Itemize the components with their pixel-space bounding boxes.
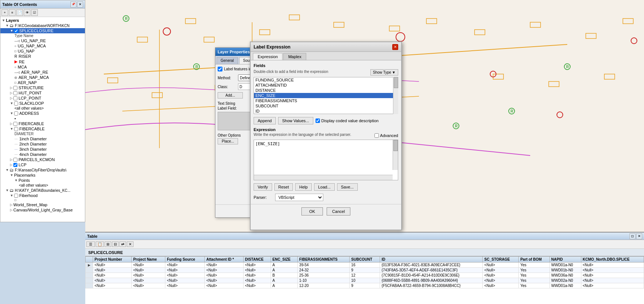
aer-nap-re-item[interactable]: —◁ AER_NAP_RE xyxy=(0,70,85,75)
table-select-all-button[interactable]: ⊞ xyxy=(105,241,111,247)
toc-add-data-button[interactable]: + xyxy=(1,9,8,16)
le-tab-maplex[interactable]: Maplex xyxy=(283,53,306,60)
all-other-item[interactable]: <all other values> xyxy=(0,106,85,111)
table-options-button[interactable]: ☰ xyxy=(86,241,95,247)
hkaty-item[interactable]: ▼ 🗂 H:\KATY_DATA\Boundaries_KC... xyxy=(0,188,85,193)
col-project-number[interactable]: Project Number xyxy=(93,257,132,263)
col-kcmo-north[interactable]: KCMO_North.DBO.SPLICE xyxy=(581,257,644,263)
fields-list-scrollbar[interactable] xyxy=(393,77,398,114)
re-item[interactable]: ▶ RE xyxy=(0,59,85,64)
conduit-checkbox[interactable] xyxy=(14,127,18,131)
spliceclosure-checkbox[interactable] xyxy=(14,29,18,33)
lcp-point-checkbox[interactable] xyxy=(13,96,17,100)
col-enc-size[interactable]: ENC_SIZE xyxy=(271,257,297,263)
toc-selection-button[interactable]: ☑ xyxy=(31,9,38,16)
field-attachmentid[interactable]: ATTACHMENTID xyxy=(254,83,398,88)
col-part-of-bom[interactable]: Part of BOM xyxy=(519,257,549,263)
lcp-item[interactable]: ▷ LCP xyxy=(0,162,85,167)
2inch-item[interactable]: ···· 2inch Diameter xyxy=(0,141,85,147)
all-other2-item[interactable]: <all other values> xyxy=(0,183,85,188)
expr-scrollbar-thumb[interactable] xyxy=(393,140,398,151)
col-napid[interactable]: NAPID xyxy=(549,257,581,263)
place-button[interactable]: Place... xyxy=(218,138,238,144)
structure-item[interactable]: ▷ STRUCTURE xyxy=(0,85,85,90)
table-row[interactable]: <Null><Null><Null><Null><Null>A12-209{F5… xyxy=(86,283,644,288)
save-button[interactable]: Save... xyxy=(337,183,358,191)
address-item[interactable]: ▼ ADDRESS xyxy=(0,111,85,116)
world-street-item[interactable]: ▷ World_Street_Map xyxy=(0,202,85,207)
col-id[interactable]: ID xyxy=(380,257,483,263)
field-funding-source[interactable]: FUNDING_SOURCE xyxy=(254,77,398,83)
expr-scrollbar[interactable] xyxy=(393,140,398,170)
field-subcount[interactable]: SUBCOUNT xyxy=(254,103,398,108)
address-checkbox[interactable] xyxy=(14,111,18,116)
field-enc-size[interactable]: ENC_SIZE xyxy=(254,93,398,98)
verify-button[interactable]: Verify xyxy=(254,183,272,191)
le-tab-expression[interactable]: Expression xyxy=(253,53,283,60)
fibercable-item[interactable]: ▷ FIBERCABLE xyxy=(0,121,85,126)
table-switch-selection-button[interactable]: ⇄ xyxy=(119,241,126,247)
table-close-button[interactable]: ✕ xyxy=(636,233,642,239)
append-button[interactable]: Append xyxy=(254,117,276,124)
le-close-button[interactable]: ✕ xyxy=(392,44,398,50)
show-type-button[interactable]: Show Type ▼ xyxy=(370,69,398,76)
load-button[interactable]: Load... xyxy=(314,183,335,191)
1inch-item[interactable]: ···· 1inch Diameter xyxy=(0,136,85,141)
show-values-button[interactable]: Show Values... xyxy=(278,117,313,124)
conduit-item[interactable]: ▼ FIBERCABLE xyxy=(0,126,85,131)
col-fiberassignments[interactable]: FIBERASSIGNMENTS xyxy=(298,257,350,263)
aer-nap-item[interactable]: □ AER_NAP xyxy=(0,80,85,85)
fkc-geo-item[interactable]: ▼ 🗂 F:\KCGeodatabase\NORTH\KCN xyxy=(0,23,85,28)
toc-visibility-button[interactable]: 👁 xyxy=(24,9,30,16)
help-button[interactable]: Help xyxy=(295,183,312,191)
placemarks-item[interactable]: ▼ Placemarks xyxy=(0,173,85,178)
col-funding-source[interactable]: Funding Source xyxy=(165,257,205,263)
table-scroll[interactable]: Project Number Project Name Funding Sour… xyxy=(85,256,644,304)
add-button[interactable]: Add... xyxy=(218,92,243,98)
table-float-button[interactable]: ⊡ xyxy=(630,233,635,239)
tab-general[interactable]: General xyxy=(217,57,238,64)
toc-list-view-button[interactable]: ≡ xyxy=(9,9,16,16)
ug-nap-re-item[interactable]: —◁ UG_NAP_RE xyxy=(0,38,85,43)
canvas-item[interactable]: ▷ Canvas/World_Light_Gray_Base xyxy=(0,207,85,213)
reset-button[interactable]: Reset xyxy=(274,183,293,191)
4inch-item[interactable]: ···· 4inch Diameter xyxy=(0,152,85,157)
layers-root-item[interactable]: ▼ Layers xyxy=(0,18,85,23)
parser-select[interactable]: VBScript Python JScript xyxy=(275,194,323,201)
ug-nap-item[interactable]: □ UG_NAP xyxy=(0,49,85,54)
3inch-item[interactable]: ···· 3inch Diameter xyxy=(0,147,85,152)
advanced-checkbox[interactable] xyxy=(374,133,379,138)
field-id[interactable]: ID xyxy=(254,108,398,114)
label-features-checkbox[interactable] xyxy=(218,67,222,71)
col-project-name[interactable]: Project Name xyxy=(132,257,165,263)
field-distance[interactable]: DISTANCE xyxy=(254,88,398,93)
slackloop-item[interactable]: ▼ SLACKLOOP xyxy=(0,101,85,106)
fiberhood-checkbox[interactable] xyxy=(14,194,18,198)
mca-item[interactable]: ○ MCA xyxy=(0,64,85,70)
expression-textarea[interactable]: [ENC_SIZE] xyxy=(254,140,398,180)
fiberhood-item[interactable]: ▼ Fiberhood xyxy=(0,193,85,198)
table-show-selected-button[interactable]: 📋 xyxy=(96,241,104,247)
structure-checkbox[interactable] xyxy=(13,86,17,90)
slackloop-checkbox[interactable] xyxy=(14,101,18,106)
table-row[interactable]: <Null><Null><Null><Null><Null>A1-1010{06… xyxy=(86,278,644,283)
col-sc-storage[interactable]: SC_STORAGE xyxy=(483,257,519,263)
ug-nap-mca-item[interactable]: ○ UG_NAP_MCA xyxy=(0,43,85,49)
col-subcount[interactable]: SUBCOUNT xyxy=(350,257,380,263)
points-item[interactable]: ▼ Points xyxy=(0,178,85,183)
fields-scrollbar-thumb[interactable] xyxy=(394,77,398,88)
hut-checkbox[interactable] xyxy=(13,91,17,95)
table-row[interactable]: ▶<Null><Null><Null><Null><Null>A39-5416{… xyxy=(86,263,644,268)
lcp-layer-checkbox[interactable] xyxy=(13,163,17,167)
parcels-item[interactable]: ▷ PARCELS_KCMON xyxy=(0,157,85,162)
table-row[interactable]: <Null><Null><Null><Null><Null>A24-329{74… xyxy=(86,268,644,273)
col-attachment-id[interactable]: Attachment ID * xyxy=(205,257,243,263)
riser-item[interactable]: R RISER xyxy=(0,54,85,59)
table-clear-selection-button[interactable]: ⊟ xyxy=(112,241,119,247)
toc-pin-button[interactable]: 📌 xyxy=(70,1,76,7)
fibercable-checkbox[interactable] xyxy=(13,122,17,126)
col-distance[interactable]: DISTANCE xyxy=(243,257,271,263)
toc-close-button[interactable]: ✕ xyxy=(77,1,83,7)
parcels-checkbox[interactable] xyxy=(13,158,17,162)
expr-bottom-scrollbar[interactable] xyxy=(254,175,393,180)
